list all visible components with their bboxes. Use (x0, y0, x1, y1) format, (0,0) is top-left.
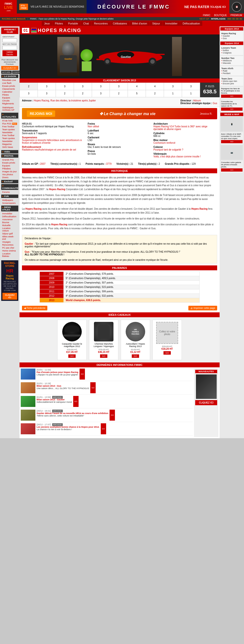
imude-go-button[interactable]: GO (221, 140, 243, 143)
location-voiture-link[interactable]: Location voiture (2, 227, 17, 232)
galerie-go-button[interactable]: GO (221, 168, 243, 172)
equipes-link[interactable]: Equipes (2, 96, 17, 99)
flux-rss-link[interactable]: Flux RSS RSS (2, 122, 17, 125)
fmwc-logo[interactable]: FMWC LIVE .com (4, 2, 13, 12)
pos-5: 3 (92, 83, 110, 90)
defiscalisation-link[interactable]: Défiscalisation (2, 215, 17, 218)
nav-chat[interactable]: Chat (81, 21, 91, 26)
store-cliquez-btn[interactable]: CLIQUEZ ICI (2, 293, 17, 300)
location-bateau-link[interactable]: Location Bateau (2, 252, 17, 258)
statistiques-link[interactable]: Statistiques (2, 106, 14, 109)
news-go-2[interactable]: GO (90, 382, 96, 393)
forums-link[interactable]: Forums (2, 191, 17, 194)
nouveautes-title: NOUVEAUTES (195, 370, 217, 373)
race-info: NEXT GP INTERLAGOS 000: 00: 00: 00 (200, 18, 242, 20)
pitbabes-link[interactable]: Pitbabes (2, 167, 17, 170)
mutuelle-link[interactable]: Mutuelle (2, 224, 17, 227)
nav-billet[interactable]: Billet d'avion (130, 21, 150, 26)
nav-sejour[interactable]: Séjour (150, 21, 162, 26)
home-cinema-link[interactable]: Home cinéma (2, 249, 17, 252)
live-flash-link[interactable]: Live flash (2, 82, 17, 84)
nav-fmwc[interactable]: FMWC (203, 14, 210, 16)
wallpapers-link[interactable]: Wallpapers (2, 199, 17, 202)
vos-photos-link[interactable]: Vos photos (2, 173, 17, 176)
sms-news-link[interactable]: SMS News (2, 146, 17, 148)
bourse-link[interactable]: Bourse (2, 221, 17, 224)
divers-link[interactable]: Divers (2, 176, 17, 179)
pos-6: 3 (110, 83, 128, 90)
news-go-3[interactable]: GO (73, 396, 79, 407)
assurance-link[interactable]: Assurance (2, 218, 17, 221)
reglements-link[interactable]: Règlements (2, 102, 17, 105)
print-button[interactable]: 🖨 Imprimer cette page (188, 306, 217, 310)
newsletter-link[interactable]: Newsletter (2, 131, 17, 134)
cap-go-button[interactable]: GO (68, 354, 76, 358)
accueil-link[interactable]: ACCUEIL (1, 71, 12, 74)
spec-freins: Freins Non utilisé (88, 122, 151, 128)
news-go-4[interactable]: GO (110, 410, 115, 420)
magazine-link[interactable]: Magazine (2, 143, 17, 146)
rencontres-link[interactable]: Rencontres (2, 244, 17, 246)
hopes-racing-link-1[interactable]: Hopes Racing (49, 188, 65, 191)
hopes-racing-link-2[interactable]: Hopes Racing (25, 208, 42, 210)
free-toolbar-link2[interactable]: Free Toolbar (2, 134, 17, 137)
nav-pilotes[interactable]: Pilotes (52, 21, 65, 26)
nav-boutique[interactable]: BOUTIQUE (214, 14, 227, 16)
nav-premium[interactable]: PREMIUM (231, 14, 242, 16)
idees-weekend-link[interactable]: Idées week-end (2, 235, 17, 240)
news-go-1[interactable]: GO (80, 368, 85, 380)
forum-go-button[interactable]: GO (221, 94, 243, 98)
result-2009: 2° (Constructors Championship), 507 poin… (64, 280, 200, 285)
news-section: [02/01 - 11:54] Pas d'essais prévus pour… (19, 367, 220, 438)
nav-immobilier[interactable]: Immobilier (163, 21, 180, 26)
news-go-5[interactable]: GO (101, 423, 106, 434)
calendrier-link[interactable]: Calendrier (2, 90, 17, 93)
free-toolbar-link[interactable]: Free Toolbar (2, 125, 17, 128)
circuits-link[interactable]: Circuits (2, 99, 17, 102)
resultats-live-link[interactable]: Résultats Live (2, 79, 17, 82)
essais-prives-link[interactable]: Essais privés (2, 84, 17, 88)
pc-pas-cher-link[interactable]: PC pas cher (2, 246, 17, 249)
archives-gp-link[interactable]: Archives GP (2, 109, 14, 111)
team-name: HOPES RACING (38, 28, 81, 33)
fil-info-link[interactable]: Fil de l'info (2, 119, 17, 122)
prev-page-button[interactable]: ◀ Fiche précédente (22, 306, 47, 310)
photo-go-button[interactable]: GO (163, 351, 171, 355)
mascot-area (79, 44, 94, 69)
classements-link[interactable]: Classements (2, 88, 17, 90)
points-value: 3779 (106, 162, 112, 165)
team-quotes-link2[interactable]: Team quotes (2, 137, 17, 140)
nav-celibataires[interactable]: Célibataires (110, 21, 129, 26)
valider-button[interactable]: Valider l'accès (2, 50, 17, 56)
screensavers-link[interactable]: Screensavers (2, 202, 17, 204)
sticker-go-button[interactable]: GO (132, 354, 139, 358)
immobilier-link[interactable]: Immobilier (2, 212, 17, 215)
nav-defiscalisation[interactable]: Défiscalisation (180, 21, 202, 26)
grands-prix-link[interactable]: Grands Prix (2, 158, 17, 161)
sejour-golf-link[interactable]: Séjour golf (2, 232, 17, 235)
pilotes-link[interactable]: Pilotes (2, 93, 17, 96)
nav-jeux[interactable]: Jeux (42, 21, 52, 26)
next-gp-label: NEXT GP (200, 18, 209, 20)
hopes-racing-link-3[interactable]: Hopes Racing (191, 208, 208, 210)
team-flags (31, 28, 37, 33)
essais-prives-photos-link[interactable]: Essais privés (2, 161, 17, 164)
classements-go-button[interactable]: GO (221, 108, 243, 111)
password-input[interactable] (2, 46, 17, 50)
palmares-row-2008: 2008 5° (Constructors Championship), 409… (40, 276, 200, 280)
nouveautes-cliquez-btn[interactable]: CLIQUEZ ICI (195, 400, 217, 405)
team-quotes-link[interactable]: Team quotes (2, 128, 17, 131)
nav-portable[interactable]: Portable (66, 21, 81, 26)
newsletter-link2[interactable]: Newsletter (2, 140, 17, 143)
cliquez-ici-link[interactable]: CLIQUEZ ICI (1, 66, 18, 70)
images-jour-link[interactable]: Images du jour (2, 170, 17, 173)
ad-banner[interactable]: REJOINS MOI ✤ Le Champ à changer ma vie … (22, 108, 217, 119)
helmet-shape (62, 42, 74, 55)
shirt-go-button[interactable]: GO (100, 354, 107, 358)
nav-rencontres[interactable]: Rencontres (92, 21, 110, 26)
cta-banner[interactable]: NE PAS RATER !CLIQUE ICI (181, 0, 229, 14)
equipes-photos-link[interactable]: Equipes (2, 164, 17, 167)
identifiant-input[interactable] (2, 38, 17, 42)
hopes-racing-link-4[interactable]: Hopes Racing (51, 223, 68, 226)
voyages-link[interactable]: Voyages (2, 240, 17, 244)
